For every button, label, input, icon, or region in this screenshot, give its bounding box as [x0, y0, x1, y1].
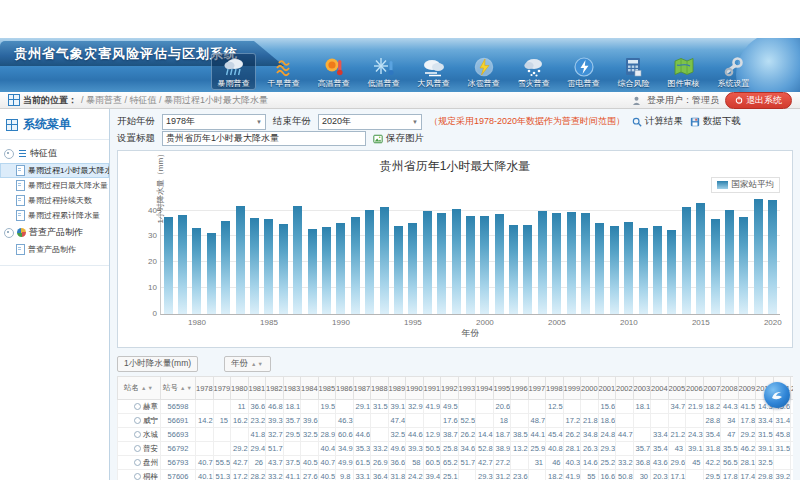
nav-item-drought[interactable]: 干旱普查 — [261, 53, 306, 90]
value-cell — [563, 400, 581, 414]
col-header-year-1982: 1982 — [266, 377, 284, 400]
nav-item-cold[interactable]: 低温普查 — [361, 53, 406, 90]
value-cell: 24.8 — [598, 428, 616, 442]
chart-title-input[interactable] — [162, 131, 366, 146]
value-cell: 34.9 — [336, 442, 354, 456]
row-radio-icon[interactable] — [134, 473, 141, 480]
station-name-cell[interactable]: 普安 — [118, 442, 161, 456]
col-header-year-1986: 1986 — [336, 377, 354, 400]
nav-item-settings[interactable]: 系统设置 — [711, 53, 756, 90]
bar-1979 — [178, 215, 187, 314]
tree-group[interactable]: 特征值 — [0, 144, 109, 163]
value-cell: 60.6 — [336, 428, 354, 442]
year-column-chip[interactable]: 年份 ▲▼ — [224, 356, 271, 372]
sidebar-item[interactable]: 暴雨过程累计降水量 — [0, 208, 109, 223]
value-cell — [301, 442, 319, 456]
bar-1990 — [336, 223, 345, 314]
sidebar: 系统菜单 特征值暴雨过程1小时最大降水量暴雨过程日最大降水量暴雨过程持续天数暴雨… — [0, 109, 110, 480]
value-cell: 55.5 — [213, 456, 231, 470]
bar-1992 — [365, 210, 374, 315]
nav-item-label: 系统设置 — [711, 79, 756, 88]
station-name-cell[interactable]: 赫章 — [118, 400, 161, 414]
data-download-button[interactable]: 数据下载 — [690, 115, 741, 128]
nav-item-lightning[interactable]: 雷电普查 — [561, 53, 606, 90]
station-name-cell[interactable]: 桐梓 — [118, 470, 161, 481]
bar-2018 — [739, 217, 748, 314]
value-cell: 45.8 — [773, 428, 791, 442]
end-year-select[interactable]: 2020年▼ — [318, 114, 422, 130]
breadcrumb-label: 当前的位置： — [23, 94, 77, 107]
value-cell: 39.1 — [756, 442, 774, 456]
nav-item-snow[interactable]: 雪灾普查 — [511, 53, 556, 90]
nav-item-map-review[interactable]: 图件审核 — [661, 53, 706, 90]
row-radio-icon[interactable] — [134, 403, 141, 410]
nav-item-hail[interactable]: 冰雹普查 — [461, 53, 506, 90]
row-radio-icon[interactable] — [134, 431, 141, 438]
value-cell: 30.2 — [791, 456, 794, 470]
col-header-year-1981: 1981 — [248, 377, 266, 400]
station-name-cell[interactable]: 盘州 — [118, 456, 161, 470]
value-cell: 17.8 — [721, 470, 739, 481]
nav-item-rainstorm[interactable]: 暴雨普查 — [211, 53, 256, 90]
value-cell: 28.1 — [563, 442, 581, 456]
start-year-select[interactable]: 1978年▼ — [162, 114, 266, 130]
station-name-cell[interactable]: 水城 — [118, 428, 161, 442]
col-header-year-1988: 1988 — [371, 377, 389, 400]
save-image-button[interactable]: 保存图片 — [373, 132, 424, 145]
y-tick-label: 40 — [133, 206, 157, 215]
sidebar-item[interactable]: 普查产品制作 — [0, 242, 109, 257]
value-cell — [476, 414, 494, 428]
bar-2020 — [768, 200, 777, 314]
value-cell: 18 — [493, 414, 511, 428]
station-id-cell: 57606 — [161, 470, 196, 481]
bar-2001 — [495, 214, 504, 314]
value-cell: 52.8 — [476, 442, 494, 456]
nav-item-label: 雪灾普查 — [511, 79, 556, 88]
x-tick-label: 2015 — [692, 318, 710, 327]
value-cell: 46.2 — [738, 442, 756, 456]
sidebar-item[interactable]: 暴雨过程持续天数 — [0, 193, 109, 208]
sidebar-item[interactable]: 暴雨过程1小时最大降水量 — [0, 163, 109, 178]
x-tick-label: 2000 — [476, 318, 494, 327]
station-name-cell[interactable]: 威宁 — [118, 414, 161, 428]
nav-item-wind[interactable]: 大风普查 — [411, 53, 456, 90]
swirl-logo-icon — [769, 387, 785, 403]
end-year-label: 结束年份 — [273, 115, 311, 128]
col-header-year-1991: 1991 — [423, 377, 441, 400]
y-tick-label: 10 — [133, 283, 157, 292]
chevron-down-icon: ▼ — [412, 119, 418, 125]
row-radio-icon[interactable] — [134, 417, 141, 424]
bar-2019 — [754, 199, 763, 314]
col-header-station-id[interactable]: 站号 ▲▼ — [161, 377, 196, 400]
nav-item-composite-risk[interactable]: 综合风险 — [611, 53, 656, 90]
value-cell: 38.7 — [441, 428, 459, 442]
calculate-button[interactable]: 计算结果 — [632, 115, 683, 128]
floating-assistant-button[interactable] — [764, 382, 790, 408]
value-cell: 51.7 — [266, 442, 284, 456]
nav-item-heat[interactable]: 高温普查 — [311, 53, 356, 90]
col-header-station-name[interactable]: 站名 ▲▼ — [118, 377, 161, 400]
tree-group[interactable]: 普查产品制作 — [0, 223, 109, 242]
col-header-year-2002: 2002 — [616, 377, 634, 400]
sidebar-item[interactable]: 暴雨过程日最大降水量 — [0, 178, 109, 193]
value-cell — [301, 400, 319, 414]
value-cell: 29.5 — [283, 428, 301, 442]
value-cell: 18.2 — [546, 470, 564, 481]
nav-item-label: 图件审核 — [661, 79, 706, 88]
tree-group-label: 普查产品制作 — [29, 226, 83, 239]
tree-toggle-icon[interactable] — [4, 228, 14, 238]
pie-icon — [17, 228, 26, 237]
col-header-year-1978: 1978 — [196, 377, 214, 400]
row-radio-icon[interactable] — [134, 459, 141, 466]
value-cell: 40.5 — [301, 456, 319, 470]
tree-toggle-icon[interactable] — [4, 149, 14, 159]
list-icon — [17, 149, 27, 158]
logout-button[interactable]: 退出系统 — [725, 92, 792, 109]
value-cell: 34 — [721, 414, 739, 428]
row-radio-icon[interactable] — [134, 445, 141, 452]
value-cell: 39.1 — [686, 442, 704, 456]
measure-chip[interactable]: 1小时降水量(mm) — [117, 356, 198, 372]
col-header-year-2007: 2007 — [703, 377, 721, 400]
nav-item-label: 综合风险 — [611, 79, 656, 88]
value-cell: 31.5 — [773, 442, 791, 456]
